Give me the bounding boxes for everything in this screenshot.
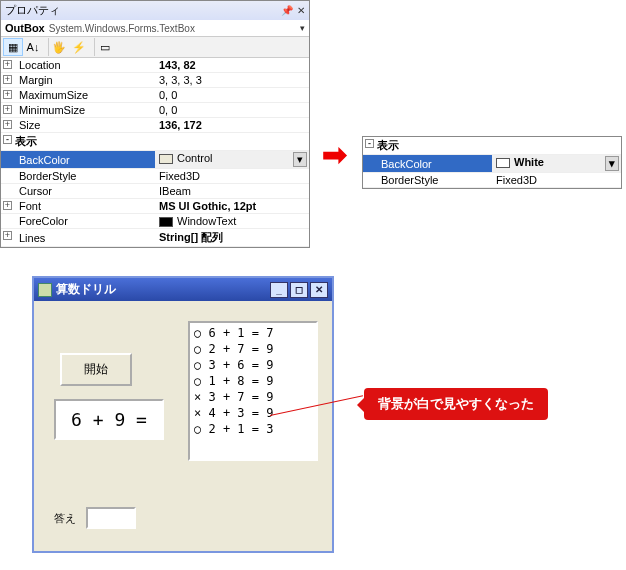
property-row[interactable]: +Size136, 172 (1, 118, 309, 133)
expander-icon[interactable]: + (3, 201, 12, 210)
property-value: 143, 82 (159, 59, 196, 71)
callout-bubble: 背景が白で見やすくなった (364, 388, 548, 420)
answer-label: 答え (54, 511, 76, 526)
property-pages-icon[interactable]: ▭ (95, 38, 115, 56)
output-line: ○ 2 + 7 = 9 (194, 341, 312, 357)
property-name: MaximumSize (19, 89, 88, 101)
alphabetical-icon[interactable]: A↓ (23, 38, 43, 56)
property-name: Cursor (19, 185, 52, 197)
property-grid-after: -表示BackColorWhite▾BorderStyleFixed3D (363, 137, 621, 188)
property-row[interactable]: BackColorWhite▾ (363, 155, 621, 173)
property-category: -表示 (363, 137, 621, 155)
property-row[interactable]: ForeColorWindowText (1, 214, 309, 229)
expander-icon[interactable]: - (365, 139, 374, 148)
color-swatch (159, 154, 173, 164)
property-name: Lines (19, 232, 45, 244)
app-title: 算数ドリル (56, 281, 116, 298)
output-line: ○ 2 + 1 = 3 (194, 421, 312, 437)
object-selector[interactable]: OutBox System.Windows.Forms.TextBox ▾ (1, 20, 309, 37)
property-name: Margin (19, 74, 53, 86)
property-value: 136, 172 (159, 119, 202, 131)
property-value: IBeam (159, 185, 191, 197)
property-row[interactable]: BackColorControl▾ (1, 151, 309, 169)
property-row[interactable]: CursorIBeam (1, 184, 309, 199)
property-name: Location (19, 59, 61, 71)
property-row[interactable]: +LinesString[] 配列 (1, 229, 309, 247)
property-name: Font (19, 200, 41, 212)
property-name: MinimumSize (19, 104, 85, 116)
property-row[interactable]: +MinimumSize0, 0 (1, 103, 309, 118)
properties-toolbar: ▦ A↓ 🖐 ⚡ ▭ (1, 37, 309, 58)
property-category: -表示 (1, 133, 309, 151)
arrow-icon: ➡ (322, 137, 347, 172)
property-value: Control (177, 152, 212, 164)
expander-icon[interactable]: + (3, 90, 12, 99)
close-button[interactable]: ✕ (310, 282, 328, 298)
expander-icon[interactable]: + (3, 105, 12, 114)
chevron-down-icon[interactable]: ▾ (300, 23, 305, 33)
property-value: WindowText (177, 215, 236, 227)
property-value: Fixed3D (496, 174, 537, 186)
properties-icon[interactable]: 🖐 (49, 38, 69, 56)
properties-panel-title: プロパティ 📌 ✕ (1, 1, 309, 20)
color-swatch (496, 158, 510, 168)
property-value: 3, 3, 3, 3 (159, 74, 202, 86)
chevron-down-icon[interactable]: ▾ (605, 156, 619, 171)
expander-icon[interactable]: + (3, 60, 12, 69)
output-line: × 4 + 3 = 9 (194, 405, 312, 421)
pin-icon[interactable]: 📌 (281, 5, 293, 16)
app-titlebar[interactable]: 算数ドリル _ ◻ ✕ (34, 278, 332, 301)
expander-icon[interactable]: + (3, 75, 12, 84)
output-line: ○ 3 + 6 = 9 (194, 357, 312, 373)
output-line: ○ 6 + 1 = 7 (194, 325, 312, 341)
property-row[interactable]: +Margin3, 3, 3, 3 (1, 73, 309, 88)
problem-display: 6 + 9 = (54, 399, 164, 440)
callout-text: 背景が白で見やすくなった (378, 396, 534, 411)
expander-icon[interactable]: - (3, 135, 12, 144)
minimize-button[interactable]: _ (270, 282, 288, 298)
property-row[interactable]: +MaximumSize0, 0 (1, 88, 309, 103)
output-line: × 3 + 7 = 9 (194, 389, 312, 405)
property-name: BorderStyle (381, 174, 438, 186)
object-type: System.Windows.Forms.TextBox (49, 23, 195, 34)
maximize-button[interactable]: ◻ (290, 282, 308, 298)
categorized-icon[interactable]: ▦ (3, 38, 23, 56)
start-button[interactable]: 開始 (60, 353, 132, 386)
property-name: ForeColor (19, 215, 68, 227)
property-value: Fixed3D (159, 170, 200, 182)
close-icon[interactable]: ✕ (297, 5, 305, 16)
property-name: 表示 (377, 139, 399, 151)
property-row[interactable]: BorderStyleFixed3D (1, 169, 309, 184)
property-name: 表示 (15, 135, 37, 147)
panel-title-text: プロパティ (5, 3, 60, 18)
expander-icon[interactable]: + (3, 231, 12, 240)
property-name: BackColor (19, 154, 70, 166)
output-line: ○ 1 + 8 = 9 (194, 373, 312, 389)
property-row[interactable]: +Location143, 82 (1, 58, 309, 73)
output-textbox[interactable]: ○ 6 + 1 = 7○ 2 + 7 = 9○ 3 + 6 = 9○ 1 + 8… (188, 321, 318, 461)
property-row[interactable]: +FontMS UI Gothic, 12pt (1, 199, 309, 214)
app-icon (38, 283, 52, 297)
property-value: White (514, 156, 544, 168)
property-name: BackColor (381, 158, 432, 170)
property-name: Size (19, 119, 40, 131)
expander-icon[interactable]: + (3, 120, 12, 129)
color-swatch (159, 217, 173, 227)
property-row[interactable]: BorderStyleFixed3D (363, 173, 621, 188)
events-icon[interactable]: ⚡ (69, 38, 89, 56)
property-value: String[] 配列 (159, 231, 223, 243)
chevron-down-icon[interactable]: ▾ (293, 152, 307, 167)
property-value: MS UI Gothic, 12pt (159, 200, 256, 212)
property-value: 0, 0 (159, 104, 177, 116)
answer-input[interactable] (86, 507, 136, 529)
property-name: BorderStyle (19, 170, 76, 182)
property-grid: +Location143, 82+Margin3, 3, 3, 3+Maximu… (1, 58, 309, 247)
property-value: 0, 0 (159, 89, 177, 101)
object-name: OutBox (5, 22, 45, 34)
